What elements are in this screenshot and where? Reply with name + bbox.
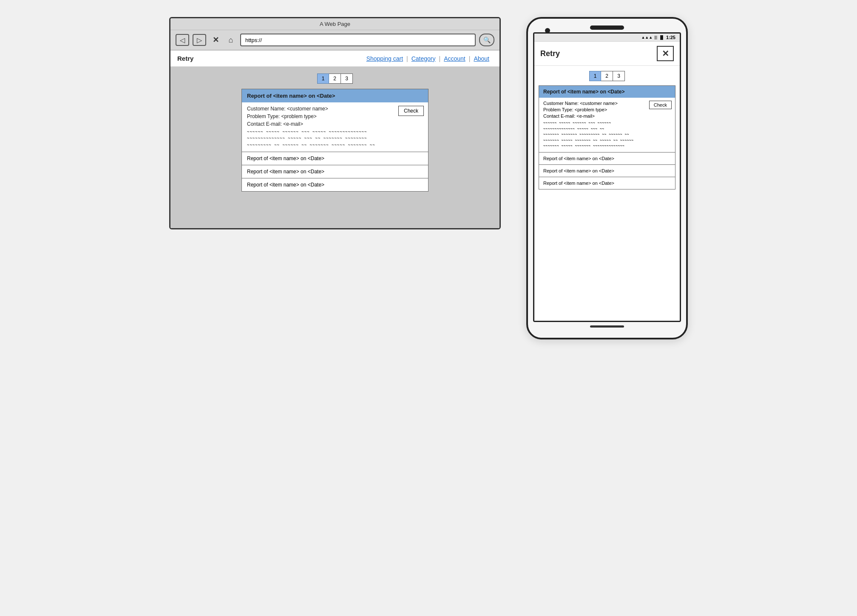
browser-page: Retry Shopping cart | Category | Account… [170,51,499,228]
mobile-close-button[interactable]: ✕ [657,46,674,61]
signal-icon: ||| [654,35,657,40]
mobile-report-list: Report of <item name> on <Date> Check Cu… [539,85,675,189]
camera-icon [545,28,550,33]
status-icons: ▲▲▲ ||| ▐▌ 1:25 [641,35,675,40]
status-bar: ▲▲▲ ||| ▐▌ 1:25 [534,34,680,42]
mobile-screen: ▲▲▲ ||| ▐▌ 1:25 Retry ✕ 1 2 3 [533,32,681,322]
nav-category[interactable]: Category [408,55,439,62]
browser-body: 1 2 3 Report of <item name> on <Date> Ch… [170,67,499,228]
nav-shopping-cart[interactable]: Shopping cart [363,55,406,62]
back-icon: ◁ [180,36,185,44]
url-input[interactable] [240,34,476,46]
page-1-button[interactable]: 1 [317,73,329,84]
mobile-squiggly-3: ~~~~~~~ ~~~~~~~ ~~~~~~~~~ ~~ ~~~~~~ ~~ [543,132,671,138]
browser-title: A Web Page [320,21,350,27]
report-item-3: Report of <item name> on <Date> [242,165,428,178]
mobile-report-2-label[interactable]: Report of <item name> on <Date> [539,153,675,164]
browser-toolbar: ◁ ▷ ✕ ⌂ 🔍 [170,30,499,51]
speaker-icon [590,25,624,30]
report-item-1-body: Check Customer Name: <customer name> Pro… [242,102,428,152]
mobile-report-item-1: Report of <item name> on <Date> Check Cu… [539,86,675,153]
mobile-pagination: 1 2 3 [539,71,675,81]
nav-about[interactable]: About [470,55,493,62]
mobile-body: 1 2 3 Report of <item name> on <Date> Ch… [534,66,680,321]
browser-nav: Retry Shopping cart | Category | Account… [170,51,499,67]
mobile-page-3-button[interactable]: 3 [613,71,625,81]
mobile-squiggly-4: ~~~~~~~ ~~~~~ ~~~~~~~ ~~ ~~~~~ ~~ ~~~~~~ [543,138,671,144]
browser-mockup: A Web Page ◁ ▷ ✕ ⌂ 🔍 Retry Shopping cart… [169,17,501,229]
mobile-page-1-button[interactable]: 1 [589,71,601,81]
squiggly-2: ~~~~~~~~~~~~~~ ~~~~~ ~~~ ~~ ~~~~~~~ ~~~~… [247,135,423,141]
mobile-squiggly-5: ~~~~~~~ ~~~~~ ~~~~~~~ ~~~~~~~~~~~~~~ [543,143,671,149]
mobile-report-1-body: Check Customer Name: <customer name> Pro… [539,98,675,152]
report-description: ~~~~~~ ~~~~~ ~~~~~~ ~~~ ~~~~~ ~~~~~~~~~~… [247,129,423,148]
report-item-1: Report of <item name> on <Date> Check Cu… [242,89,428,152]
report-item-4-label[interactable]: Report of <item name> on <Date> [242,178,428,191]
home-indicator [590,325,624,328]
mobile-logo: Retry [540,49,560,58]
report-1-title: Report of <item name> on <Date> [247,93,335,99]
report-list: Report of <item name> on <Date> Check Cu… [241,89,428,192]
mobile-mockup: ▲▲▲ ||| ▐▌ 1:25 Retry ✕ 1 2 3 [526,17,688,339]
time-display: 1:25 [666,35,675,40]
search-button[interactable]: 🔍 [479,34,494,46]
mobile-nav: Retry ✕ [534,42,680,66]
report-item-2-label[interactable]: Report of <item name> on <Date> [242,152,428,165]
problem-type-field: Problem Type: <problem type> [247,113,423,119]
mobile-email-field: Contact E-mail: <e-mail> [543,113,671,119]
nav-account[interactable]: Account [440,55,469,62]
report-item-1-header[interactable]: Report of <item name> on <Date> [242,89,428,102]
pagination: 1 2 3 [179,73,491,84]
email-field: Contact E-mail: <e-mail> [247,121,423,127]
mobile-page-2-button[interactable]: 2 [601,71,613,81]
report-item-4: Report of <item name> on <Date> [242,178,428,191]
page-3-button[interactable]: 3 [341,73,353,84]
mobile-report-3-label[interactable]: Report of <item name> on <Date> [539,165,675,177]
report-item-2: Report of <item name> on <Date> [242,152,428,165]
mobile-description: ~~~~~~ ~~~~~ ~~~~~~ ~~~ ~~~~~~ ~~~~~~~~~… [543,120,671,149]
battery-icon: ▐▌ [659,35,664,40]
back-button[interactable]: ◁ [176,34,189,46]
mobile-report-item-2: Report of <item name> on <Date> [539,153,675,165]
search-icon: 🔍 [483,37,491,43]
home-button[interactable]: ⌂ [225,34,237,46]
mobile-report-1-header[interactable]: Report of <item name> on <Date> [539,86,675,98]
check-button-1[interactable]: Check [398,106,424,116]
browser-title-bar: A Web Page [170,18,499,30]
mobile-squiggly-2: ~~~~~~~~~~~~~~ ~~~~~ ~~~ ~~ [543,126,671,132]
squiggly-3: ~~~~~~~~~ ~~ ~~~~~~ ~~ ~~~~~~~ ~~~~~ ~~~… [247,142,423,148]
mobile-report-item-3: Report of <item name> on <Date> [539,165,675,177]
customer-name-field: Customer Name: <customer name> [247,106,423,112]
mobile-report-4-label[interactable]: Report of <item name> on <Date> [539,177,675,189]
mobile-report-item-4: Report of <item name> on <Date> [539,177,675,189]
squiggly-1: ~~~~~~ ~~~~~ ~~~~~~ ~~~ ~~~~~ ~~~~~~~~~~… [247,129,423,135]
page-2-button[interactable]: 2 [329,73,341,84]
report-item-3-label[interactable]: Report of <item name> on <Date> [242,165,428,178]
forward-button[interactable]: ▷ [193,34,206,46]
stop-button[interactable]: ✕ [210,34,221,46]
wifi-icon: ▲▲▲ [641,35,653,40]
mobile-check-button-1[interactable]: Check [649,101,672,109]
site-logo: Retry [177,55,193,62]
mobile-squiggly-1: ~~~~~~ ~~~~~ ~~~~~~ ~~~ ~~~~~~ [543,120,671,126]
nav-links: Shopping cart | Category | Account | Abo… [363,55,493,62]
forward-icon: ▷ [197,36,202,44]
